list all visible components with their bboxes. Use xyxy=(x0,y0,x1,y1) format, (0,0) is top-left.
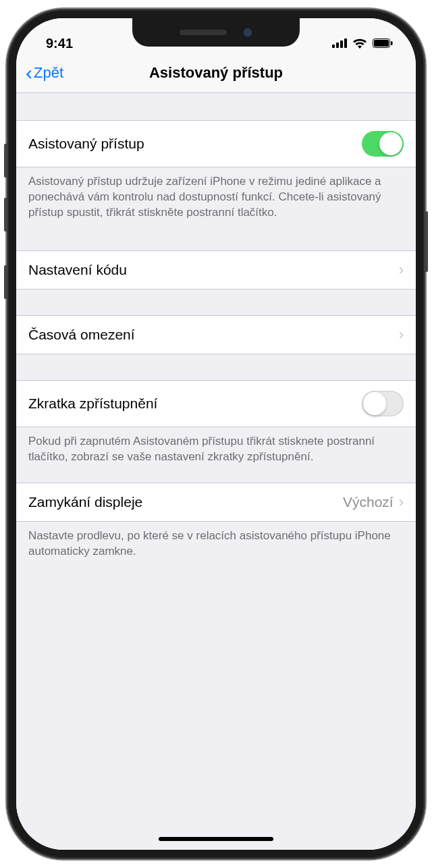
row-label: Časová omezení xyxy=(28,327,399,343)
footer-display-lock: Nastavte prodlevu, po které se v relacíc… xyxy=(16,522,416,564)
content: Asistovaný přístup Asistovaný přístup ud… xyxy=(16,93,416,850)
chevron-right-icon: › xyxy=(399,326,404,344)
row-label: Nastavení kódu xyxy=(28,262,399,278)
footer-shortcut: Pokud při zapnutém Asistovaném přístupu … xyxy=(16,427,416,469)
battery-icon xyxy=(373,38,393,48)
svg-rect-5 xyxy=(374,40,389,47)
svg-rect-2 xyxy=(340,40,343,48)
footer-guided-access: Asistovaný přístup udržuje zařízení iPho… xyxy=(16,167,416,225)
row-accessibility-shortcut[interactable]: Zkratka zpřístupnění xyxy=(16,380,416,427)
svg-rect-0 xyxy=(332,45,335,48)
row-display-lock[interactable]: Zamykání displeje Výchozí › xyxy=(16,483,416,522)
row-value: Výchozí xyxy=(343,494,394,510)
row-time-limits[interactable]: Časová omezení › xyxy=(16,315,416,354)
status-time: 9:41 xyxy=(46,36,73,51)
chevron-left-icon: ‹ xyxy=(26,63,32,83)
chevron-right-icon: › xyxy=(399,493,404,511)
toggle-knob xyxy=(379,132,402,155)
wifi-icon xyxy=(352,38,367,49)
cellular-signal-icon xyxy=(332,38,347,48)
row-passcode-settings[interactable]: Nastavení kódu › xyxy=(16,250,416,290)
chevron-right-icon: › xyxy=(399,261,404,279)
toggle-knob xyxy=(363,392,386,415)
row-label: Zamykání displeje xyxy=(28,494,343,510)
page-title: Asistovaný přístup xyxy=(26,64,406,82)
screen: 9:41 ‹ Zpět Asistovaný přístup xyxy=(16,18,416,850)
svg-rect-3 xyxy=(344,38,347,48)
status-icons xyxy=(332,38,393,49)
device-frame: 9:41 ‹ Zpět Asistovaný přístup xyxy=(7,9,425,859)
back-button[interactable]: ‹ Zpět xyxy=(26,63,63,83)
notch xyxy=(132,18,300,47)
front-camera xyxy=(243,28,252,37)
svg-rect-6 xyxy=(391,41,393,45)
row-label: Asistovaný přístup xyxy=(28,136,362,152)
toggle-guided-access[interactable] xyxy=(362,131,404,157)
row-label: Zkratka zpřístupnění xyxy=(28,396,362,412)
svg-rect-1 xyxy=(336,43,339,48)
row-guided-access[interactable]: Asistovaný přístup xyxy=(16,120,416,167)
speaker-grille xyxy=(180,30,227,35)
nav-bar: ‹ Zpět Asistovaný přístup xyxy=(16,56,416,93)
toggle-accessibility-shortcut[interactable] xyxy=(362,391,404,416)
home-indicator[interactable] xyxy=(159,837,273,841)
back-label: Zpět xyxy=(34,64,63,82)
